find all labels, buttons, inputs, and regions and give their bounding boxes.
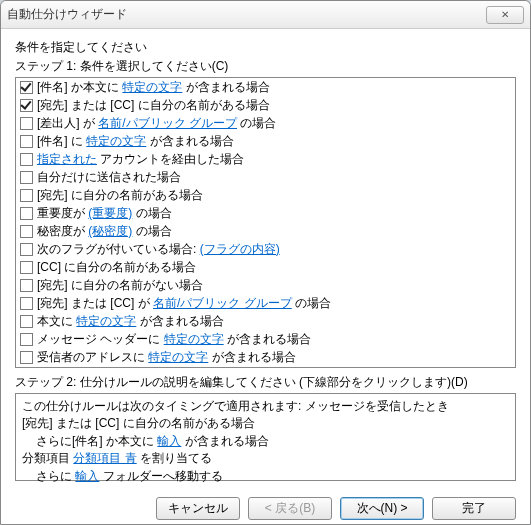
rule-link[interactable]: (重要度) xyxy=(88,206,132,220)
rule-link[interactable]: 輸入 xyxy=(75,469,99,483)
condition-text: 次のフラグが付いている場合: (フラグの内容) xyxy=(37,241,280,258)
rule-link[interactable]: 分類項目 青 xyxy=(73,451,136,465)
condition-checkbox[interactable] xyxy=(20,153,33,166)
condition-text: 本文に 特定の文字 が含まれる場合 xyxy=(37,313,224,330)
condition-item[interactable]: 差出人のアドレスに 特定の文字 が含まれる場合 xyxy=(16,366,515,368)
condition-item[interactable]: メッセージ ヘッダーに 特定の文字 が含まれる場合 xyxy=(16,330,515,348)
close-icon: ✕ xyxy=(501,9,509,20)
finish-button[interactable]: 完了 xyxy=(432,497,516,520)
condition-checkbox[interactable] xyxy=(20,207,33,220)
condition-text: [宛先] に自分の名前がない場合 xyxy=(37,277,203,294)
rule-link[interactable]: 特定の文字 xyxy=(148,368,208,369)
condition-checkbox[interactable] xyxy=(20,225,33,238)
description-line: この仕分けルールは次のタイミングで適用されます: メッセージを受信したとき xyxy=(22,398,509,415)
condition-item[interactable]: [宛先] または [CC] が 名前/パブリック グループ の場合 xyxy=(16,294,515,312)
step1-intro: 条件を指定してください xyxy=(15,39,516,56)
condition-item[interactable]: [件名] に 特定の文字 が含まれる場合 xyxy=(16,132,515,150)
condition-item[interactable]: [宛先] または [CC] に自分の名前がある場合 xyxy=(16,96,515,114)
wizard-window: 自動仕分けウィザード ✕ 条件を指定してください ステップ 1: 条件を選択して… xyxy=(0,0,531,525)
description-box[interactable]: この仕分けルールは次のタイミングで適用されます: メッセージを受信したとき[宛先… xyxy=(15,393,516,481)
condition-item[interactable]: [件名] か本文に 特定の文字 が含まれる場合 xyxy=(16,78,515,96)
condition-text: [件名] に 特定の文字 が含まれる場合 xyxy=(37,133,234,150)
condition-checkbox[interactable] xyxy=(20,333,33,346)
condition-text: 指定された アカウントを経由した場合 xyxy=(37,151,244,168)
condition-text: 差出人のアドレスに 特定の文字 が含まれる場合 xyxy=(37,367,296,369)
condition-item[interactable]: [差出人] が 名前/パブリック グループ の場合 xyxy=(16,114,515,132)
conditions-listbox[interactable]: [件名] か本文に 特定の文字 が含まれる場合[宛先] または [CC] に自分… xyxy=(15,77,516,368)
condition-item[interactable]: 次のフラグが付いている場合: (フラグの内容) xyxy=(16,240,515,258)
condition-text: 秘密度が (秘密度) の場合 xyxy=(37,223,172,240)
condition-checkbox[interactable] xyxy=(20,81,33,94)
rule-link[interactable]: 名前/パブリック グループ xyxy=(98,116,237,130)
rule-link[interactable]: 特定の文字 xyxy=(76,314,136,328)
condition-checkbox[interactable] xyxy=(20,315,33,328)
condition-item[interactable]: [宛先] に自分の名前がない場合 xyxy=(16,276,515,294)
condition-text: [宛先] に自分の名前がある場合 xyxy=(37,187,203,204)
condition-text: メッセージ ヘッダーに 特定の文字 が含まれる場合 xyxy=(37,331,311,348)
condition-text: 重要度が (重要度) の場合 xyxy=(37,205,172,222)
condition-text: 自分だけに送信された場合 xyxy=(37,169,181,186)
condition-item[interactable]: [宛先] に自分の名前がある場合 xyxy=(16,186,515,204)
condition-text: 受信者のアドレスに 特定の文字 が含まれる場合 xyxy=(37,349,296,366)
condition-item[interactable]: 重要度が (重要度) の場合 xyxy=(16,204,515,222)
condition-checkbox[interactable] xyxy=(20,99,33,112)
condition-text: [宛先] または [CC] が 名前/パブリック グループ の場合 xyxy=(37,295,331,312)
condition-checkbox[interactable] xyxy=(20,351,33,364)
condition-checkbox[interactable] xyxy=(20,297,33,310)
description-line: [宛先] または [CC] に自分の名前がある場合 xyxy=(22,415,509,432)
rule-link[interactable]: (フラグの内容) xyxy=(200,242,280,256)
description-line: 分類項目 分類項目 青 を割り当てる xyxy=(22,450,509,467)
rule-link[interactable]: 輸入 xyxy=(157,434,181,448)
condition-item[interactable]: 本文に 特定の文字 が含まれる場合 xyxy=(16,312,515,330)
condition-checkbox[interactable] xyxy=(20,135,33,148)
description-line: さらに 輸入 フォルダーへ移動する xyxy=(22,468,509,485)
condition-text: [件名] か本文に 特定の文字 が含まれる場合 xyxy=(37,79,270,96)
close-button[interactable]: ✕ xyxy=(486,6,524,24)
condition-text: [CC] に自分の名前がある場合 xyxy=(37,259,196,276)
condition-checkbox[interactable] xyxy=(20,117,33,130)
condition-checkbox[interactable] xyxy=(20,189,33,202)
next-button[interactable]: 次へ(N) > xyxy=(340,497,424,520)
condition-item[interactable]: 秘密度が (秘密度) の場合 xyxy=(16,222,515,240)
condition-checkbox[interactable] xyxy=(20,171,33,184)
condition-item[interactable]: 自分だけに送信された場合 xyxy=(16,168,515,186)
condition-item[interactable]: 受信者のアドレスに 特定の文字 が含まれる場合 xyxy=(16,348,515,366)
back-button: < 戻る(B) xyxy=(248,497,332,520)
step1-label: ステップ 1: 条件を選択してください(C) xyxy=(15,58,516,75)
condition-item[interactable]: [CC] に自分の名前がある場合 xyxy=(16,258,515,276)
rule-link[interactable]: 特定の文字 xyxy=(148,350,208,364)
condition-text: [差出人] が 名前/パブリック グループ の場合 xyxy=(37,115,276,132)
rule-link[interactable]: 特定の文字 xyxy=(164,332,224,346)
condition-checkbox[interactable] xyxy=(20,243,33,256)
content: 条件を指定してください ステップ 1: 条件を選択してください(C) [件名] … xyxy=(1,29,530,487)
step2-label: ステップ 2: 仕分けルールの説明を編集してください (下線部分をクリックします… xyxy=(15,374,516,391)
rule-link[interactable]: (秘密度) xyxy=(88,224,132,238)
button-bar: キャンセル < 戻る(B) 次へ(N) > 完了 xyxy=(1,487,530,525)
rule-link[interactable]: 指定された xyxy=(37,152,97,166)
rule-link[interactable]: 特定の文字 xyxy=(122,80,182,94)
cancel-button[interactable]: キャンセル xyxy=(156,497,240,520)
titlebar: 自動仕分けウィザード ✕ xyxy=(1,1,530,29)
condition-text: [宛先] または [CC] に自分の名前がある場合 xyxy=(37,97,270,114)
condition-checkbox[interactable] xyxy=(20,279,33,292)
condition-checkbox[interactable] xyxy=(20,261,33,274)
rule-link[interactable]: 特定の文字 xyxy=(86,134,146,148)
rule-link[interactable]: 名前/パブリック グループ xyxy=(153,296,292,310)
condition-item[interactable]: 指定された アカウントを経由した場合 xyxy=(16,150,515,168)
window-title: 自動仕分けウィザード xyxy=(7,6,486,23)
description-line: さらに[件名] か本文に 輸入 が含まれる場合 xyxy=(22,433,509,450)
